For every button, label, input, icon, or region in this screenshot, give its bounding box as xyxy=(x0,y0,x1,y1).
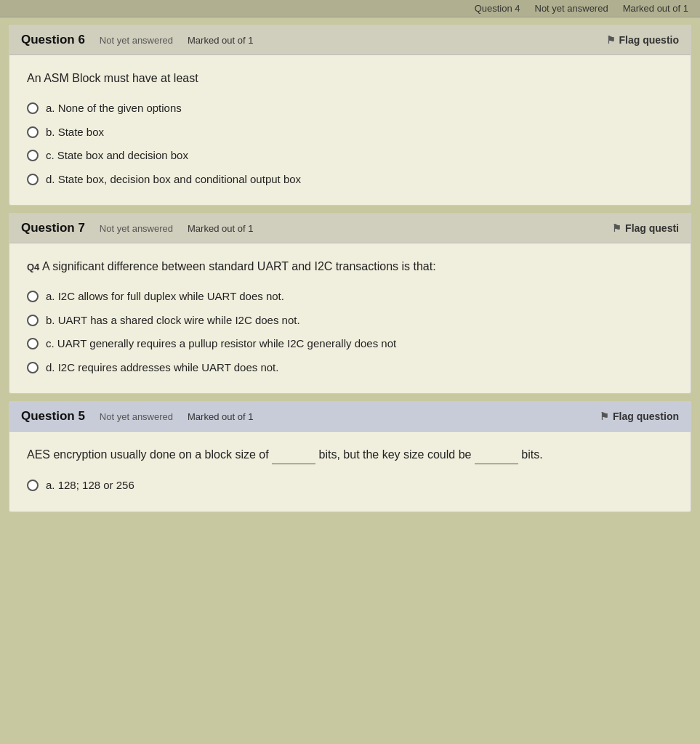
question-6-options: a. None of the given options b. State bo… xyxy=(27,100,673,187)
question-6-header: Question 6 Not yet answered Marked out o… xyxy=(9,25,691,55)
question-5-options: a. 128; 128 or 256 xyxy=(27,477,673,494)
radio-7-d[interactable] xyxy=(27,362,39,373)
question-5-text-after: bits. xyxy=(518,448,543,461)
radio-6-a[interactable] xyxy=(27,102,39,114)
question-5-blank2 xyxy=(475,446,518,464)
question-7-main-text: A significant difference between standar… xyxy=(42,260,436,272)
question-5-blank1 xyxy=(272,446,315,464)
question-5-marked: Marked out of 1 xyxy=(188,411,253,422)
option-6-a-label: a. None of the given options xyxy=(46,100,182,117)
option-7-b[interactable]: b. UART has a shared clock wire while I2… xyxy=(27,312,673,329)
question-5-flag-button[interactable]: ⚑ Flag question xyxy=(600,411,679,422)
question-7-options: a. I2C allows for full duplex while UART… xyxy=(27,288,673,376)
question-6-marked: Marked out of 1 xyxy=(188,35,253,46)
option-5-a[interactable]: a. 128; 128 or 256 xyxy=(27,477,673,494)
option-7-c[interactable]: c. UART generally requires a pullup resi… xyxy=(27,336,673,352)
question-7-flag-button[interactable]: ⚑ Flag questi xyxy=(612,222,679,234)
question-7-text: Q4 A significant difference between stan… xyxy=(27,258,673,275)
option-7-c-label: c. UART generally requires a pullup resi… xyxy=(46,336,396,352)
question-5-flag-label: Flag question xyxy=(613,411,679,422)
flag-icon-6: ⚑ xyxy=(606,34,616,46)
option-7-b-label: b. UART has a shared clock wire while I2… xyxy=(46,312,300,329)
question-6-block: Question 6 Not yet answered Marked out o… xyxy=(9,25,691,206)
question-7-header: Question 7 Not yet answered Marked out o… xyxy=(9,214,691,243)
question-5-text-before: AES encryption usually done on a block s… xyxy=(27,448,272,461)
option-6-b-label: b. State box xyxy=(46,124,104,141)
radio-7-a[interactable] xyxy=(27,291,39,302)
option-6-d[interactable]: d. State box, decision box and condition… xyxy=(27,171,673,188)
radio-7-b[interactable] xyxy=(27,315,39,326)
question-5-status: Not yet answered xyxy=(100,411,173,422)
question-5-text-middle: bits, but the key size could be xyxy=(315,448,475,461)
radio-7-c[interactable] xyxy=(27,338,39,349)
option-6-c-label: c. State box and decision box xyxy=(46,147,188,164)
question-6-number: Question 6 xyxy=(21,33,85,47)
question-6-text: An ASM Block must have at least xyxy=(27,70,673,87)
option-7-a[interactable]: a. I2C allows for full duplex while UART… xyxy=(27,288,673,305)
option-6-b[interactable]: b. State box xyxy=(27,124,673,141)
radio-5-a[interactable] xyxy=(27,480,39,491)
q4-text: Q4 xyxy=(27,262,39,272)
question-5-header: Question 5 Not yet answered Marked out o… xyxy=(9,402,691,432)
question-5-block: Question 5 Not yet answered Marked out o… xyxy=(9,401,691,512)
radio-6-d[interactable] xyxy=(27,174,39,185)
option-6-a[interactable]: a. None of the given options xyxy=(27,100,673,117)
topbar-not-answered: Not yet answered xyxy=(535,3,608,14)
flag-icon-7: ⚑ xyxy=(612,222,621,234)
question-6-body: An ASM Block must have at least a. None … xyxy=(9,55,691,205)
question-7-marked: Marked out of 1 xyxy=(188,223,253,234)
top-bar: Question 4 Not yet answered Marked out o… xyxy=(0,0,700,17)
option-7-d-label: d. I2C requires addresses while UART doe… xyxy=(46,360,278,376)
question-7-number: Question 7 xyxy=(21,221,85,235)
option-6-c[interactable]: c. State box and decision box xyxy=(27,147,673,164)
question-7-flag-label: Flag questi xyxy=(625,222,679,234)
option-5-a-label: a. 128; 128 or 256 xyxy=(46,477,134,494)
radio-6-b[interactable] xyxy=(27,126,39,138)
question-6-status: Not yet answered xyxy=(100,35,173,46)
question-5-text: AES encryption usually done on a block s… xyxy=(27,446,673,464)
q4-label: Q4 xyxy=(27,262,42,272)
question-7-body: Q4 A significant difference between stan… xyxy=(9,243,691,393)
question-7-status: Not yet answered xyxy=(100,223,173,234)
question-7-block: Question 7 Not yet answered Marked out o… xyxy=(9,213,691,394)
topbar-marked-out-of: Marked out of 1 xyxy=(623,3,688,14)
question-6-flag-button[interactable]: ⚑ Flag questio xyxy=(606,34,679,46)
question-5-number: Question 5 xyxy=(21,409,85,424)
radio-6-c[interactable] xyxy=(27,150,39,161)
option-6-d-label: d. State box, decision box and condition… xyxy=(46,171,301,188)
question-6-flag-label: Flag questio xyxy=(619,34,679,46)
option-7-a-label: a. I2C allows for full duplex while UART… xyxy=(46,288,284,305)
option-7-d[interactable]: d. I2C requires addresses while UART doe… xyxy=(27,360,673,376)
flag-icon-5: ⚑ xyxy=(600,411,609,422)
question-5-body: AES encryption usually done on a block s… xyxy=(9,432,691,512)
topbar-question-label: Question 4 xyxy=(475,3,520,14)
